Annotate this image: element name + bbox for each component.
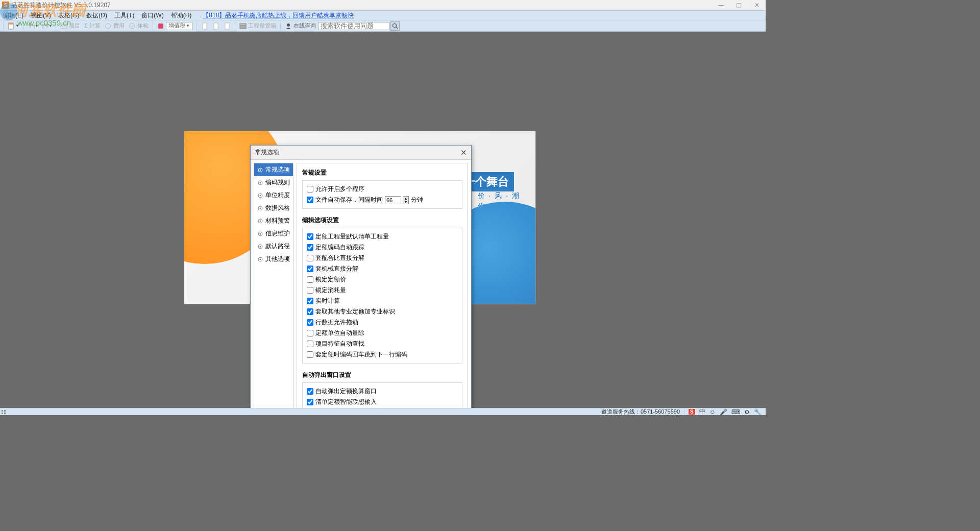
svg-point-4 [106,23,111,29]
svg-rect-34 [4,413,6,414]
vat-icon [157,22,164,30]
nav-datastyle[interactable]: 数据风格 [254,202,293,214]
nav-general[interactable]: 常规选项 [254,163,293,176]
person-icon [285,22,292,30]
keyboard-icon[interactable]: ⌨ [731,408,740,416]
cb-edit-right-5[interactable]: 套定额时编码回车跳到下一行编码 [307,350,458,359]
cb-edit-right-1[interactable]: 套取其他专业定额加专业标识 [307,307,458,316]
lang-indicator[interactable]: 中 [699,407,705,415]
promo-link[interactable]: 【818】品茗手机微店酷热上线，回馈用户酷爽享京畅快 [203,11,354,20]
svg-point-12 [287,23,290,27]
search-button[interactable] [390,21,400,31]
cb-edit-right-4[interactable]: 项目特征自动查找 [307,340,458,348]
page-icon [212,22,219,30]
cb-edit-left-1[interactable]: 定额编码自动跟踪 [307,243,458,252]
svg-rect-32 [4,410,6,412]
svg-point-5 [130,23,135,29]
menu-edit[interactable]: 编辑(E) [3,11,23,20]
tb-tool2[interactable] [212,22,219,29]
fees-icon [105,22,112,30]
cb-edit-left-3[interactable]: 套机械直接分解 [307,264,458,273]
bg-label-2: 价 · 风 · 潮 [478,191,520,201]
app-title: 品茗胜算造价计控软件 V5.3.0.19207 [11,1,111,10]
svg-point-18 [260,182,261,183]
svg-point-24 [260,220,261,222]
cb-edit-left-0[interactable]: 定额工程量默认清单工程量 [307,232,458,241]
cb-edit-right-0[interactable]: 实时计算 [307,297,458,305]
nav-other[interactable]: 其他选项 [254,253,293,266]
tb-tool3[interactable] [224,22,231,29]
nav-path[interactable]: 默认路径 [254,240,293,253]
menu-help[interactable]: 帮助(H) [171,11,192,20]
cb-edit-right-2[interactable]: 行数据允许拖动 [307,318,458,327]
settings-icon[interactable]: ⚙ [744,408,750,416]
tb-calc[interactable]: Σ 计算 [84,22,101,30]
cb-edit-left-5[interactable]: 锁定消耗量 [307,286,458,295]
dialog-nav: 常规选项 编码规则 单位精度 数据风格 材料预警 信息维护 默认路径 其他选项 [254,163,293,415]
svg-point-13 [393,23,397,27]
tb-vat[interactable]: 增值税 ▼ [157,22,192,30]
menu-view[interactable]: 视图(V) [31,11,51,20]
gear-icon [257,244,263,250]
ime-badge[interactable]: S [689,409,695,415]
sb-corner[interactable] [0,409,7,415]
window-close[interactable]: ✕ [748,2,766,9]
nav-material[interactable]: 材料预警 [254,214,293,227]
window-minimize[interactable]: — [712,2,730,9]
nav-info[interactable]: 信息维护 [254,227,293,240]
autosave-interval-input[interactable]: 66 [385,196,401,204]
svg-point-28 [260,246,261,247]
tb-tool1[interactable] [201,22,208,29]
cb-popup-left-1[interactable]: 清单定额智能联想输入 [307,398,458,406]
hotline-label: 道道服务热线：0571-56075590 [601,408,680,415]
tb-project[interactable]: 项目 [60,22,80,30]
dialog-titlebar[interactable]: 常规选项 ✕ [251,146,471,160]
tb-consult[interactable]: 在线咨询 [285,22,316,30]
gear-icon [257,218,263,224]
gear-icon [257,205,263,211]
wrench-icon[interactable]: 🔧 [754,408,762,416]
menu-window[interactable]: 窗口(W) [141,11,163,20]
nav-precision[interactable]: 单位精度 [254,189,293,202]
spin-down[interactable]: ▼ [403,200,408,204]
cb-edit-left-4[interactable]: 锁定定额价 [307,275,458,284]
app-icon: S [2,2,9,9]
tb-new-file[interactable]: ▼ [8,22,19,29]
dialog-title: 常规选项 [255,148,279,157]
search-icon [392,23,398,29]
dialog-close-button[interactable]: ✕ [460,148,467,157]
svg-point-30 [260,258,261,260]
cb-multi-instance[interactable]: 允许开启多个程序 [307,185,458,194]
dialog-content: 常规设置 允许开启多个程序 文件自动保存，间隔时间 66▲▼ 分钟 编辑选项设置… [297,163,468,415]
svg-rect-7 [203,23,207,29]
mic-icon[interactable]: 🎤 [720,408,727,416]
cb-edit-right-3[interactable]: 定额单位自动量除 [307,329,458,337]
tb-check[interactable]: 体检 [129,22,149,30]
menu-data[interactable]: 数据(D) [86,11,107,20]
bg-label-3: 你 · 而 · 生 [478,202,520,211]
autosave-unit: 分钟 [411,196,423,204]
window-maximize[interactable]: ▢ [730,2,748,9]
tb-redo[interactable]: ▾ [42,22,52,29]
menu-tool[interactable]: 工具(T) [114,11,134,20]
workspace: 一个舞台 价 · 风 · 潮 你 · 而 · 生 常规选项 ✕ 常规选项 编码规… [0,32,766,408]
svg-line-14 [396,27,398,29]
gear-icon [257,180,263,186]
svg-point-16 [260,169,261,171]
options-dialog: 常规选项 ✕ 常规选项 编码规则 单位精度 数据风格 材料预警 信息维护 默认路… [250,145,472,415]
statusbar: 道道服务热线：0571-56075590 S 中 ☺ 🎤 ⌨ ⚙ 🔧 [0,408,766,415]
gear-icon [257,256,263,262]
tb-fees[interactable]: 费用 [105,22,125,30]
project-icon [60,22,67,30]
search-input[interactable] [318,22,389,30]
menu-table[interactable]: 表格(G) [58,11,79,20]
tb-blueprint[interactable]: 工程保管箱 [239,22,276,30]
cb-popup-left-0[interactable]: 自动弹出定额换算窗口 [307,387,458,396]
cb-edit-left-2[interactable]: 套配合比直接分解 [307,254,458,262]
nav-encoding[interactable]: 编码规则 [254,176,293,189]
tb-undo[interactable]: ▾ [28,22,38,29]
cb-autosave[interactable]: 文件自动保存，间隔时间 [307,196,383,204]
svg-point-22 [260,207,261,209]
smiley-icon[interactable]: ☺ [709,408,716,416]
spin-up[interactable]: ▲ [403,197,408,200]
